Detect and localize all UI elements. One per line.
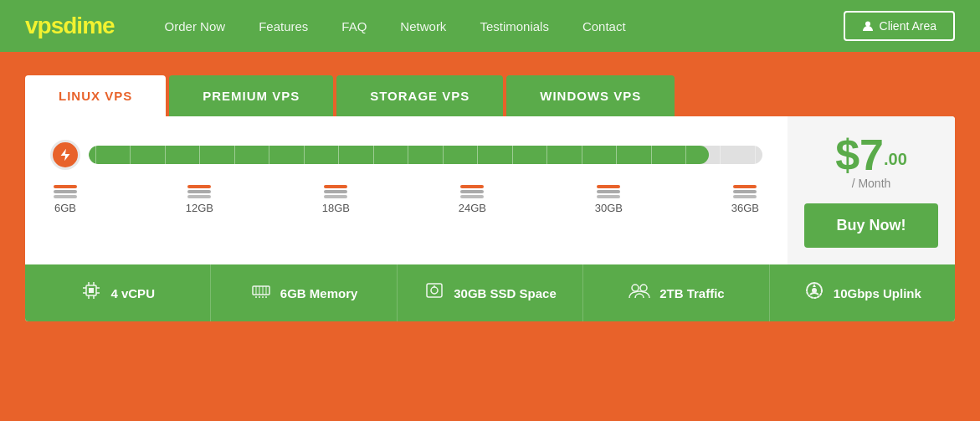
specs-bar: 4 vCPU 6GB Memory	[25, 264, 955, 321]
spec-ssd-label: 30GB SSD Space	[454, 286, 557, 300]
nav-order-now[interactable]: Order Now	[165, 19, 226, 33]
nav-links: Order Now Features FAQ Network Testimoni…	[165, 19, 844, 33]
slider-ticks	[89, 146, 762, 164]
main-content: LINUX VPS PREMIUM VPS STORAGE VPS WINDOW…	[0, 52, 980, 421]
storage-label-30gb: 30GB	[595, 202, 623, 214]
nav-contact[interactable]: Contact	[582, 19, 626, 33]
storage-36gb: 36GB	[731, 185, 759, 214]
spec-traffic-label: 2TB Traffic	[659, 286, 725, 300]
vcpu-icon	[80, 280, 102, 306]
svg-marker-1	[61, 149, 70, 161]
storage-label-24gb: 24GB	[459, 202, 486, 214]
tabs-container: LINUX VPS PREMIUM VPS STORAGE VPS WINDOW…	[25, 75, 955, 116]
storage-icon-30gb	[597, 185, 620, 198]
storage-18gb: 18GB	[322, 185, 350, 214]
storage-label-6gb: 6GB	[54, 202, 76, 214]
storage-label-18gb: 18GB	[322, 202, 350, 214]
logo-suffix: dime	[63, 13, 114, 39]
svg-point-24	[632, 285, 639, 291]
spec-uplink: 10Gbps Uplink	[770, 264, 955, 321]
spec-memory-label: 6GB Memory	[280, 286, 358, 300]
svg-point-26	[813, 289, 816, 292]
slider-area: 6GB 12GB 18GB	[25, 116, 788, 264]
client-area-label: Client Area	[880, 19, 936, 33]
memory-icon	[250, 280, 272, 306]
storage-label-12gb: 12GB	[186, 202, 213, 214]
uplink-icon	[803, 280, 825, 306]
spec-memory: 6GB Memory	[211, 264, 397, 321]
storage-icon-24gb	[460, 185, 484, 198]
logo-prefix: vps	[25, 13, 63, 39]
spec-vcpu-label: 4 vCPU	[110, 286, 155, 300]
storage-12gb: 12GB	[186, 185, 213, 214]
navbar: vpsdime Order Now Features FAQ Network T…	[0, 0, 980, 52]
slider-wrapper	[50, 140, 762, 170]
spec-traffic: 2TB Traffic	[583, 264, 769, 321]
tab-windows-vps[interactable]: WINDOWS VPS	[506, 75, 675, 116]
storage-24gb: 24GB	[459, 185, 486, 214]
logo: vpsdime	[25, 13, 115, 39]
panel: 6GB 12GB 18GB	[25, 116, 955, 321]
storage-icon-6gb	[54, 185, 77, 198]
storage-labels: 6GB 12GB 18GB	[50, 185, 762, 214]
svg-rect-3	[89, 288, 94, 293]
slider-section: 6GB 12GB 18GB	[25, 116, 955, 264]
storage-30gb: 30GB	[595, 185, 623, 214]
client-area-button[interactable]: Client Area	[844, 11, 955, 41]
svg-point-25	[640, 285, 647, 291]
spec-vcpu: 4 vCPU	[25, 264, 211, 321]
tab-linux-vps[interactable]: LINUX VPS	[25, 75, 166, 116]
tab-premium-vps[interactable]: PREMIUM VPS	[169, 75, 333, 116]
tab-storage-vps[interactable]: STORAGE VPS	[336, 75, 503, 116]
user-icon	[862, 20, 874, 32]
svg-rect-12	[253, 286, 269, 295]
storage-icon-36gb	[733, 185, 757, 198]
price-section: $7.00 / Month Buy Now!	[788, 116, 955, 264]
lightning-icon	[50, 140, 80, 170]
nav-features[interactable]: Features	[259, 19, 308, 33]
storage-icon-12gb	[187, 185, 211, 198]
ssd-icon	[423, 280, 445, 306]
svg-point-0	[865, 22, 870, 27]
spec-uplink-label: 10Gbps Uplink	[834, 286, 921, 300]
storage-6gb: 6GB	[54, 185, 77, 214]
storage-icon-18gb	[324, 185, 347, 198]
slider-track[interactable]	[89, 146, 762, 164]
price-cents: .00	[884, 150, 907, 168]
buy-now-button[interactable]: Buy Now!	[804, 203, 938, 248]
price-display: $7.00 / Month	[835, 133, 907, 190]
nav-faq[interactable]: FAQ	[341, 19, 367, 33]
nav-network[interactable]: Network	[400, 19, 446, 33]
storage-label-36gb: 36GB	[731, 202, 759, 214]
spec-ssd: 30GB SSD Space	[398, 264, 583, 321]
nav-testimonials[interactable]: Testimonials	[480, 19, 549, 33]
svg-point-22	[431, 287, 438, 294]
traffic-icon	[628, 280, 651, 306]
price-dollar: $7	[835, 131, 884, 179]
